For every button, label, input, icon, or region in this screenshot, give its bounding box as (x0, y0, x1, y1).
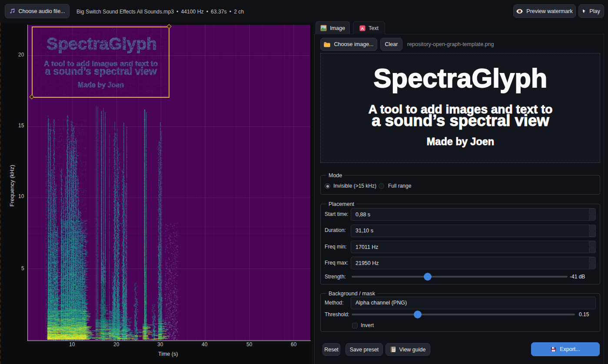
svg-text:A: A (361, 26, 364, 30)
